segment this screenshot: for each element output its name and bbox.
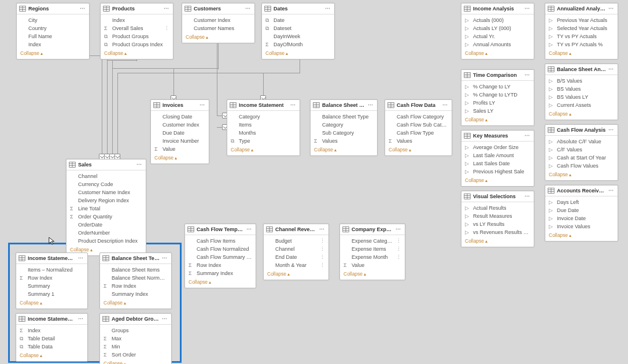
collapse-link[interactable]: Collapse	[264, 269, 328, 280]
more-icon[interactable]: ⋯	[197, 102, 206, 108]
more-icon[interactable]: ⋯	[606, 66, 615, 72]
field-row[interactable]: ΣRow Index	[100, 282, 171, 290]
field-row[interactable]: ⧉Dateset	[262, 24, 334, 32]
field-row[interactable]: Balance Sheet Items	[100, 266, 171, 274]
collapse-link[interactable]: Collapse	[100, 298, 171, 309]
entity-bal-analysis[interactable]: Balance Sheet Analysis⋯▷B/S Values▷BS Va…	[545, 64, 618, 120]
more-icon[interactable]: ⋯	[161, 6, 171, 12]
field-row[interactable]: Sub Category	[311, 129, 377, 137]
field-row[interactable]: Budget⋮	[264, 237, 328, 245]
entity-accounts-rec[interactable]: Accounts Receivable⋯▷Days Left▷Due Date▷…	[545, 185, 618, 242]
field-row[interactable]: ΣMax	[100, 335, 171, 343]
entity-cashflow-data[interactable]: Cash Flow Data⋯Cash Flow CategoryCash Fl…	[385, 99, 452, 156]
entity-header[interactable]: Products⋯	[101, 3, 173, 14]
field-row[interactable]: ▷B/S Values	[545, 77, 618, 85]
field-row[interactable]: ▷Cash at Start Of Year	[545, 154, 618, 162]
more-icon[interactable]: ⋯	[365, 102, 375, 108]
collapse-link[interactable]: Collapse	[385, 145, 452, 155]
field-row[interactable]: ▷% Change to LYTD	[461, 91, 534, 99]
entity-header[interactable]: Time Comparison⋯	[461, 70, 534, 81]
collapse-link[interactable]: Collapse	[101, 49, 173, 59]
field-row[interactable]: Customer Index	[151, 121, 209, 129]
collapse-link[interactable]: Collapse	[545, 170, 618, 180]
collapse-link[interactable]: Collapse	[461, 236, 534, 247]
entity-header[interactable]: Sales⋯	[67, 159, 146, 170]
entity-header[interactable]: Balance Sheet Data⋯	[311, 100, 377, 111]
field-row[interactable]: ⧉Product Groups Index	[101, 40, 173, 49]
field-row[interactable]: Category	[227, 113, 300, 121]
entity-header[interactable]: Balance Sheet Analysis⋯	[545, 64, 618, 75]
field-row[interactable]: Index	[17, 40, 89, 49]
field-row[interactable]: ▷Actuals (000)	[461, 16, 534, 24]
more-icon[interactable]: ⋯	[244, 226, 253, 232]
field-row[interactable]: ▷BS Values	[545, 85, 618, 93]
entity-inc-stmt-visual[interactable]: Income Statement Visual⋯ΣIndex⧉Table Det…	[16, 313, 88, 362]
field-row[interactable]: Expense Items⋮	[340, 245, 405, 253]
field-row[interactable]: ΣOverall Sales⋮	[101, 24, 173, 32]
collapse-link[interactable]: Collapse	[100, 359, 171, 364]
entity-cf-analysis[interactable]: Cash Flow Analysis⋯▷Absolute C/F Value▷C…	[545, 124, 618, 181]
entity-header[interactable]: Income Statement Templ…⋯	[16, 253, 87, 264]
field-row[interactable]: ⧉Product Groups	[101, 32, 173, 40]
field-row[interactable]: City	[17, 16, 89, 24]
field-row[interactable]: Index	[101, 16, 173, 24]
field-row[interactable]: Cash Flow Normalized	[185, 245, 256, 253]
entity-products[interactable]: Products⋯IndexΣOverall Sales⋮⧉Product Gr…	[100, 3, 173, 60]
more-icon[interactable]: ⋯	[522, 194, 531, 199]
entity-balance-data[interactable]: Balance Sheet Data⋯Balance Sheet TypeCat…	[310, 99, 378, 156]
collapse-link[interactable]: Collapse	[262, 49, 334, 59]
field-row[interactable]: Channel⋮	[264, 245, 328, 253]
field-row[interactable]: Country	[17, 24, 89, 32]
field-row[interactable]: ▷% Change to LY	[461, 83, 534, 91]
field-row[interactable]: ▷Last Sales Date	[461, 159, 534, 168]
entity-header[interactable]: Regions⋯	[17, 3, 89, 14]
entity-header[interactable]: Key Measures⋯	[461, 131, 534, 142]
collapse-link[interactable]: Collapse	[227, 145, 300, 155]
entity-cashflow-tpl[interactable]: Cash Flow Template⋯Cash Flow ItemsCash F…	[184, 224, 256, 288]
field-row[interactable]: ▷Invoice Date	[545, 214, 618, 222]
field-row[interactable]: DayInWeek	[262, 32, 334, 40]
more-icon[interactable]: ⋯	[522, 6, 531, 12]
field-row[interactable]: ⧉Date	[262, 16, 334, 24]
field-row[interactable]: Closing Date	[151, 113, 209, 121]
entity-dates[interactable]: Dates⋯⧉Date⧉DatesetDayInWeekΣDayOfMonthC…	[261, 3, 335, 60]
more-icon[interactable]: ⋯	[606, 6, 615, 12]
more-icon[interactable]: ⋯	[76, 316, 85, 322]
entity-aged-debtor[interactable]: Aged Debtor Groups⋯GroupsΣMaxΣMinΣSort O…	[99, 313, 172, 364]
field-row[interactable]: Summary 1	[16, 290, 87, 298]
field-row[interactable]: ⧉Type	[227, 137, 300, 145]
field-row[interactable]: Delivery Region Index	[67, 196, 146, 205]
field-row[interactable]: Cash Flow Sub Category	[385, 121, 452, 129]
entity-header[interactable]: Aged Debtor Groups⋯	[100, 314, 171, 325]
field-row[interactable]: ▷Result Measures	[461, 212, 534, 220]
entity-header[interactable]: Invoices⋯	[151, 100, 209, 111]
collapse-link[interactable]: Collapse	[545, 231, 618, 241]
field-row[interactable]: ⧉Table Data	[16, 343, 87, 351]
collapse-link[interactable]: Collapse	[340, 269, 405, 280]
field-row[interactable]: Expense Month⋮	[340, 253, 405, 261]
field-row[interactable]: ▷Current Assets	[545, 101, 618, 109]
field-row[interactable]: ▷BS Values LY	[545, 93, 618, 101]
more-icon[interactable]: ⋯	[77, 6, 87, 12]
entity-company-exp[interactable]: Company Expenses⋯Expense Category⋮Expens…	[339, 224, 405, 280]
more-icon[interactable]: ⋯	[160, 316, 169, 322]
field-row[interactable]: ΣSummary Index	[185, 269, 256, 277]
model-canvas[interactable]: Regions⋯CityCountryFull NameIndexCollaps…	[0, 0, 628, 364]
field-row[interactable]: ▷Profits LY	[461, 99, 534, 107]
entity-header[interactable]: Income Statement Visual⋯	[16, 314, 87, 325]
collapse-link[interactable]: Collapse	[185, 277, 256, 288]
field-row[interactable]: Due Date	[151, 129, 209, 137]
field-row[interactable]: ΣRow Index	[16, 274, 87, 282]
entity-header[interactable]: Accounts Receivable⋯	[545, 185, 618, 196]
field-row[interactable]: ▷Last Sale Amount	[461, 151, 534, 159]
entity-annualized[interactable]: Annualized Analysis⋯▷Previous Year Actua…	[545, 3, 618, 60]
entity-header[interactable]: Balance Sheet Template⋯	[100, 253, 171, 264]
field-row[interactable]: Full Name	[17, 32, 89, 40]
field-row[interactable]: ▷Sales LY	[461, 107, 534, 115]
field-row[interactable]: Months	[227, 129, 300, 137]
more-icon[interactable]: ⋯	[317, 226, 326, 232]
field-row[interactable]: ΣLine Total	[67, 205, 146, 213]
field-row[interactable]: Items	[227, 121, 300, 129]
more-icon[interactable]: ⋯	[522, 133, 531, 139]
entity-sales[interactable]: Sales⋯ChannelCurrency CodeCustomer Name …	[66, 159, 146, 256]
